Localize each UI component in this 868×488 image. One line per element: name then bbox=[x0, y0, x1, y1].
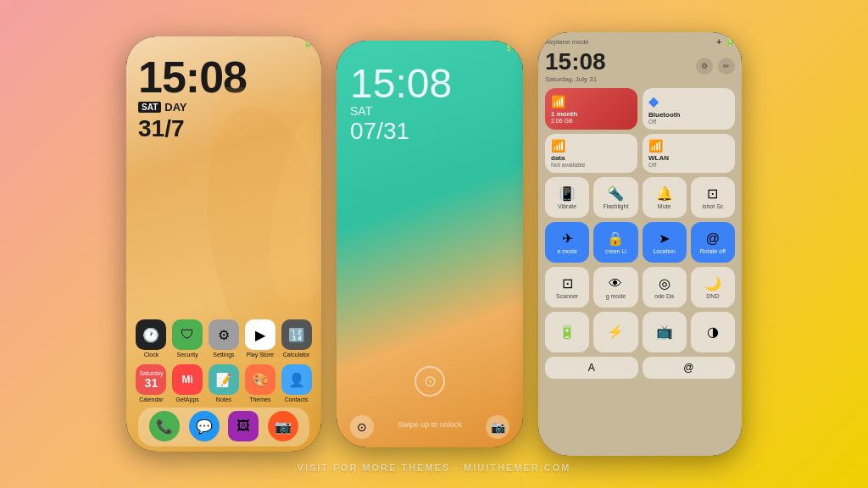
app-getapps[interactable]: Mi GetApps bbox=[171, 364, 203, 402]
phone3-charge-tile[interactable]: ⚡ bbox=[593, 312, 637, 352]
phone3-gmode-tile[interactable]: 👁 g mode bbox=[593, 267, 637, 308]
phone3-mobile-data-tile[interactable]: 📶 data Not available bbox=[545, 134, 637, 173]
phone3-tiles-row2: 📶 data Not available 📶 WLAN Off bbox=[545, 134, 735, 173]
dock-phone-icon[interactable]: 📞 bbox=[149, 411, 180, 441]
app-calculator-icon: 🔢 bbox=[281, 319, 312, 350]
phone3-at-label: @ bbox=[683, 362, 693, 374]
phone1-day-label: DAY bbox=[164, 101, 186, 114]
app-settings[interactable]: ⚙ Settings bbox=[208, 319, 240, 358]
phone3-flashlight-icon: 🔦 bbox=[607, 186, 624, 202]
phone3-dark-label: ode Da bbox=[654, 293, 674, 299]
dock-camera-icon[interactable]: 📷 bbox=[268, 411, 298, 441]
phone3-mute-label: Mute bbox=[658, 203, 671, 209]
app-contacts[interactable]: 👤 Contacts bbox=[281, 364, 313, 402]
phone3-data-sublabel2: Not available bbox=[551, 162, 632, 168]
phone3-rotate-label: Rotate off bbox=[700, 248, 726, 254]
app-getapps-icon: Mi bbox=[172, 364, 203, 395]
dock-gallery-icon[interactable]: 🖼 bbox=[228, 411, 259, 441]
app-playstore[interactable]: ▶ Play Store bbox=[244, 319, 276, 358]
app-calendar[interactable]: Saturday31 Calendar bbox=[135, 364, 167, 402]
phone3-scanner-label: Scanner bbox=[556, 293, 578, 299]
app-getapps-label: GetApps bbox=[176, 396, 199, 402]
phone3-wifi-icon: 📶 bbox=[648, 139, 729, 152]
phone3-top-bar: Airplane mode + 🔋 bbox=[545, 37, 735, 47]
phone3-data-tile[interactable]: 📶 1 month 2.06 GB bbox=[545, 88, 637, 130]
phone3-mute-tile[interactable]: 🔔 Mute bbox=[643, 177, 687, 218]
phone3-moon-icon: 🌙 bbox=[704, 275, 721, 291]
phone3-mute-icon: 🔔 bbox=[656, 186, 673, 202]
app-calculator[interactable]: 🔢 Calculator bbox=[281, 319, 313, 358]
phone3-at-btn[interactable]: @ bbox=[643, 357, 736, 379]
phone2-camera-btn[interactable]: 📷 bbox=[486, 415, 509, 439]
phone2-battery: 🔋 bbox=[504, 44, 513, 52]
phone3-airplane-tile[interactable]: ✈ e mode bbox=[545, 222, 589, 263]
phone3-time-display: 15:08 bbox=[545, 48, 606, 75]
phone3-darkmode-tile[interactable]: ◎ ode Da bbox=[643, 267, 687, 308]
phone1-decoration bbox=[186, 87, 321, 358]
phones-container: 🔋 15:08 SAT DAY 31/7 bbox=[126, 0, 742, 488]
phone3-location-tile[interactable]: ➤ Location bbox=[643, 222, 687, 263]
phone3-lock-icon: 🔒 bbox=[607, 230, 624, 247]
phone3-battery-tile[interactable]: 🔋 bbox=[545, 312, 589, 352]
phone3-text-btn[interactable]: A bbox=[545, 357, 638, 379]
phone3-add-icon[interactable]: + bbox=[716, 37, 721, 47]
phone3-dnd-label: DND bbox=[706, 293, 719, 299]
phone3-rotate-tile[interactable]: @ Rotate off bbox=[691, 222, 735, 263]
app-themes[interactable]: 🎨 Themes bbox=[244, 364, 276, 402]
phone3-dnd-tile[interactable]: 🌙 DND bbox=[691, 267, 735, 308]
phone3-lightning-icon: ⚡ bbox=[607, 324, 624, 340]
phone3-bluetooth-icon: ◆ bbox=[648, 93, 729, 109]
phone3-invert-icon: ◑ bbox=[707, 324, 719, 340]
phone2-fingerprint[interactable]: ⊙ bbox=[415, 366, 445, 396]
app-notes-label: Notes bbox=[216, 396, 231, 402]
phone3-screenshot-tile[interactable]: ⊡ ishot Sc bbox=[691, 177, 735, 218]
phone3-airplane-mode-label: Airplane mode bbox=[545, 38, 589, 46]
phone3-wlan-status: Off bbox=[648, 162, 729, 168]
app-security-label: Security bbox=[177, 352, 198, 358]
phone3-rotate-icon: @ bbox=[706, 231, 720, 247]
phone3-cast-icon: 📺 bbox=[656, 324, 673, 340]
phone3-tiles-row1: 📶 1 month 2.06 GB ◆ Bluetooth Off bbox=[545, 88, 735, 130]
phone2-date: 07/31 bbox=[350, 118, 509, 145]
phone3-scanner-tile[interactable]: ⊡ Scanner bbox=[545, 267, 589, 308]
app-clock[interactable]: 🕐 Clock bbox=[135, 319, 167, 358]
app-notes[interactable]: 📝 Notes bbox=[208, 364, 240, 402]
app-settings-icon: ⚙ bbox=[209, 319, 239, 350]
app-calendar-label: Calendar bbox=[139, 396, 163, 402]
app-themes-icon: 🎨 bbox=[245, 364, 275, 395]
phone1-app-grid: 🕐 Clock 🛡 Security ⚙ Settings ▶ Play Sto… bbox=[133, 319, 314, 409]
phone3-small-row1: 📳 Vibrate 🔦 Flashlight 🔔 Mute ⊡ ishot Sc bbox=[545, 177, 735, 218]
phone3-edit-icon[interactable]: ✏ bbox=[718, 58, 735, 75]
phone3-screen-tile[interactable]: 🔒 creen Li bbox=[593, 222, 637, 263]
dock-messages-icon[interactable]: 💬 bbox=[189, 411, 220, 441]
phone1-app-row-1: 🕐 Clock 🛡 Security ⚙ Settings ▶ Play Sto… bbox=[133, 319, 314, 358]
phone2-status-bar: 🔋 bbox=[337, 41, 523, 55]
app-themes-label: Themes bbox=[249, 396, 270, 402]
phone3-small-row2: ✈ e mode 🔒 creen Li ➤ Location @ Rotate … bbox=[545, 222, 735, 263]
phone3-invert-tile[interactable]: ◑ bbox=[691, 312, 735, 352]
phone2-flashlight-btn[interactable]: ⊙ bbox=[350, 415, 374, 439]
phone3-eye-icon: 👁 bbox=[609, 276, 622, 291]
phone3-bluetooth-tile[interactable]: ◆ Bluetooth Off bbox=[643, 88, 735, 130]
phone1-status-bar: 🔋 bbox=[126, 36, 321, 48]
app-playstore-icon: ▶ bbox=[245, 319, 275, 350]
phone3-wlan-tile[interactable]: 📶 WLAN Off bbox=[643, 134, 735, 173]
phone3-flashlight-label: Flashlight bbox=[603, 203, 628, 209]
phone3-vibrate-tile[interactable]: 📳 Vibrate bbox=[545, 177, 589, 218]
phone3-gear-icon[interactable]: ⚙ bbox=[696, 58, 713, 75]
phone-1-screen: 🔋 15:08 SAT DAY 31/7 bbox=[126, 36, 321, 452]
phone3-cast-tile[interactable]: 📺 bbox=[643, 312, 687, 352]
phone3-scanner-icon: ⊡ bbox=[562, 275, 573, 291]
phone3-screenshot-label: ishot Sc bbox=[702, 203, 723, 209]
phone3-text-label: A bbox=[588, 362, 595, 374]
phone2-day: SAT bbox=[350, 104, 509, 118]
phone3-status-icons: + 🔋 bbox=[716, 37, 735, 47]
app-security[interactable]: 🛡 Security bbox=[171, 319, 203, 358]
watermark: VISIT FOR MORE THEMES - MIUITHEMER.COM bbox=[298, 463, 571, 473]
phone-3-screen: Airplane mode + 🔋 15:08 Saturday, July 3… bbox=[538, 32, 742, 456]
phone3-vibrate-icon: 📳 bbox=[559, 186, 576, 202]
phone1-sat-label: SAT bbox=[138, 102, 161, 113]
phone3-flashlight-tile[interactable]: 🔦 Flashlight bbox=[593, 177, 637, 218]
phone3-bluetooth-label: Bluetooth bbox=[648, 111, 729, 119]
phone3-vibrate-label: Vibrate bbox=[558, 203, 576, 209]
